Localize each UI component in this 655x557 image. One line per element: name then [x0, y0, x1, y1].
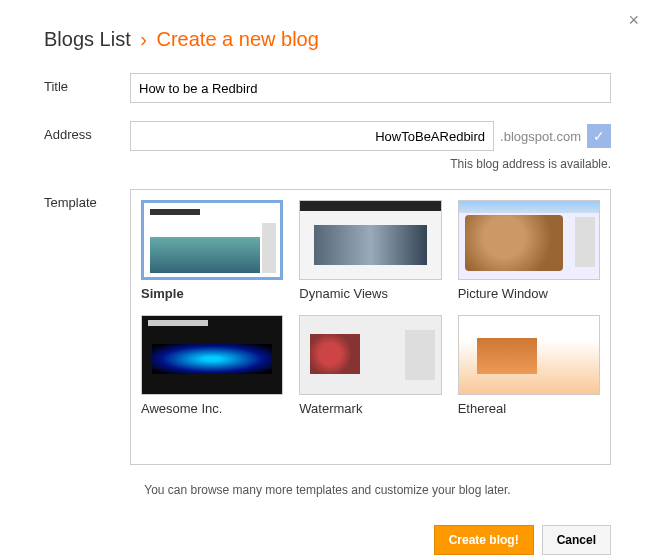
template-ethereal[interactable]: Ethereal [458, 315, 600, 416]
template-name: Awesome Inc. [141, 401, 283, 416]
template-thumb [141, 200, 283, 280]
template-picture-window[interactable]: Picture Window [458, 200, 600, 301]
template-name: Picture Window [458, 286, 600, 301]
breadcrumb-separator: › [140, 28, 147, 50]
template-thumb [458, 200, 600, 280]
template-simple[interactable]: Simple [141, 200, 283, 301]
create-blog-button[interactable]: Create blog! [434, 525, 534, 555]
template-watermark[interactable]: Watermark [299, 315, 441, 416]
template-label: Template [44, 189, 130, 210]
template-name: Dynamic Views [299, 286, 441, 301]
template-name: Ethereal [458, 401, 600, 416]
address-suffix: .blogspot.com [500, 129, 581, 144]
breadcrumb-current: Create a new blog [157, 28, 319, 50]
title-input[interactable] [130, 73, 611, 103]
template-thumb [458, 315, 600, 395]
address-status: This blog address is available. [130, 157, 611, 171]
cancel-button[interactable]: Cancel [542, 525, 611, 555]
title-row: Title [44, 73, 611, 103]
template-thumb [299, 200, 441, 280]
dialog-buttons: Create blog! Cancel [44, 525, 611, 555]
breadcrumb-previous[interactable]: Blogs List [44, 28, 131, 50]
address-row: Address .blogspot.com ✓ This blog addres… [44, 121, 611, 171]
close-icon[interactable]: × [628, 10, 639, 31]
template-thumb [141, 315, 283, 395]
address-label: Address [44, 121, 130, 142]
address-input[interactable] [130, 121, 494, 151]
template-awesome-inc[interactable]: Awesome Inc. [141, 315, 283, 416]
title-label: Title [44, 73, 130, 94]
template-picker[interactable]: Simple Dynamic Views Picture Window Awes… [130, 189, 611, 465]
template-row: Template Simple Dynamic Views Picture Wi… [44, 189, 611, 465]
template-name: Simple [141, 286, 283, 301]
create-blog-dialog: × Blogs List › Create a new blog Title A… [0, 0, 655, 557]
check-icon: ✓ [587, 124, 611, 148]
template-thumb [299, 315, 441, 395]
template-name: Watermark [299, 401, 441, 416]
template-dynamic-views[interactable]: Dynamic Views [299, 200, 441, 301]
template-hint: You can browse many more templates and c… [44, 483, 611, 497]
breadcrumb: Blogs List › Create a new blog [44, 28, 611, 51]
